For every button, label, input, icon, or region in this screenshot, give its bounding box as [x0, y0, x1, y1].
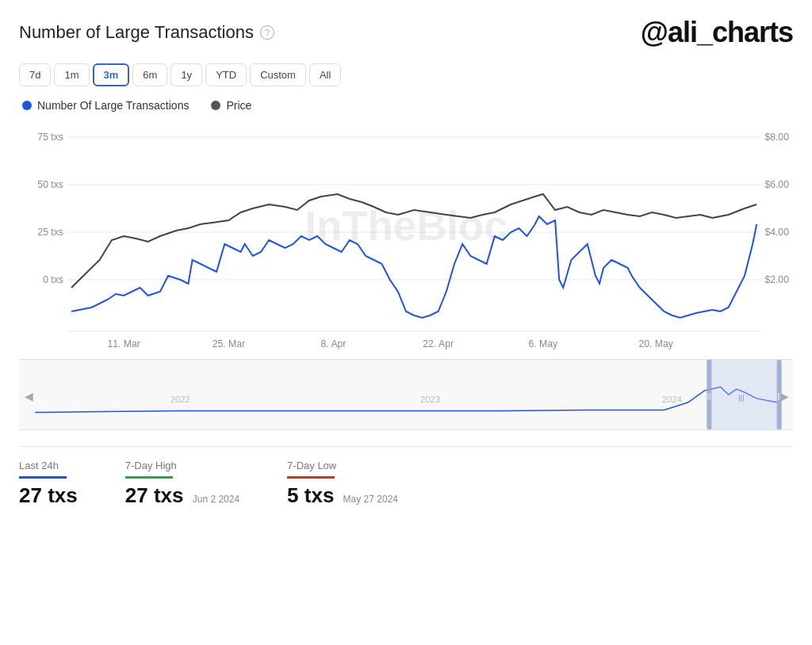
svg-text:11. Mar: 11. Mar [107, 338, 140, 349]
stat-last24h-label: Last 24h [19, 460, 78, 471]
svg-text:20. May: 20. May [638, 338, 673, 349]
mini-chart-svg: 2022 2023 2024 ||| || || ◀ ▶ [19, 360, 793, 429]
filter-all[interactable]: All [309, 63, 341, 86]
stat-7day-high-date: Jun 2 2024 [193, 494, 239, 505]
filter-custom[interactable]: Custom [250, 63, 306, 86]
filter-3m[interactable]: 3m [93, 63, 130, 86]
svg-text:|||: ||| [738, 393, 745, 402]
chart-title: Number of Large Transactions [19, 22, 254, 43]
title-row: Number of Large Transactions ? [19, 22, 274, 43]
svg-text:$6.00: $6.00 [764, 179, 789, 190]
stat-7day-high-label: 7-Day High [125, 460, 239, 471]
header: Number of Large Transactions ? @ali_char… [19, 16, 793, 49]
svg-text:2024: 2024 [662, 395, 682, 404]
svg-text:$4.00: $4.00 [764, 227, 789, 238]
svg-text:2022: 2022 [170, 395, 190, 404]
svg-text:2023: 2023 [420, 395, 440, 404]
legend-transactions: Number Of Large Transactions [22, 99, 189, 112]
filter-1y[interactable]: 1y [170, 63, 202, 86]
legend: Number Of Large Transactions Price [22, 99, 793, 112]
stat-7day-high: 7-Day High 27 txs Jun 2 2024 [125, 460, 239, 508]
legend-dot-gray [211, 101, 220, 110]
stats-row: Last 24h 27 txs 7-Day High 27 txs Jun 2 … [19, 446, 793, 508]
svg-rect-24 [708, 360, 781, 429]
filter-1m[interactable]: 1m [54, 63, 89, 86]
stat-7day-low: 7-Day Low 5 txs May 27 2024 [287, 460, 398, 508]
stat-7day-high-underline [125, 476, 173, 479]
stat-7day-low-underline [287, 476, 335, 479]
main-chart-svg: 75 txs 50 txs 25 txs 0 txs $8.00 $6.00 $… [19, 121, 793, 359]
stat-7day-low-label: 7-Day Low [287, 460, 398, 471]
svg-text:25. Mar: 25. Mar [213, 338, 245, 349]
svg-text:75 txs: 75 txs [37, 132, 63, 143]
stat-7day-high-value: 27 txs Jun 2 2024 [125, 483, 239, 508]
svg-text:8. Apr: 8. Apr [321, 338, 347, 349]
stat-7day-low-value: 5 txs May 27 2024 [287, 483, 398, 508]
svg-text:50 txs: 50 txs [37, 179, 63, 190]
legend-dot-blue [22, 101, 32, 110]
svg-text:22. Apr: 22. Apr [423, 338, 454, 349]
main-chart-area: 75 txs 50 txs 25 txs 0 txs $8.00 $6.00 $… [19, 121, 793, 359]
help-icon[interactable]: ? [260, 25, 274, 40]
stat-7day-low-date: May 27 2024 [343, 494, 398, 505]
stat-last24h-value: 27 txs [19, 483, 78, 508]
brand-label: @ali_charts [641, 16, 793, 49]
stat-last24h: Last 24h 27 txs [19, 460, 78, 508]
main-container: Number of Large Transactions ? @ali_char… [0, 0, 812, 524]
svg-text:25 txs: 25 txs [37, 227, 63, 238]
svg-text:InTheBloc: InTheBloc [304, 203, 507, 249]
svg-text:0 txs: 0 txs [43, 274, 63, 285]
svg-text:▶: ▶ [780, 390, 789, 403]
svg-text:||: || [707, 391, 711, 400]
svg-text:$8.00: $8.00 [764, 132, 789, 143]
legend-transactions-label: Number Of Large Transactions [37, 99, 189, 112]
svg-text:◀: ◀ [25, 390, 33, 403]
filter-6m[interactable]: 6m [132, 63, 167, 86]
legend-price-label: Price [226, 99, 251, 112]
svg-text:$2.00: $2.00 [764, 274, 789, 285]
filter-ytd[interactable]: YTD [205, 63, 247, 86]
time-filters: 7d 1m 3m 6m 1y YTD Custom All [19, 63, 793, 86]
stat-last24h-underline [19, 476, 67, 479]
legend-price: Price [211, 99, 251, 112]
filter-7d[interactable]: 7d [19, 63, 51, 86]
mini-chart-area[interactable]: 2022 2023 2024 ||| || || ◀ ▶ [19, 359, 793, 430]
svg-text:6. May: 6. May [529, 338, 559, 349]
